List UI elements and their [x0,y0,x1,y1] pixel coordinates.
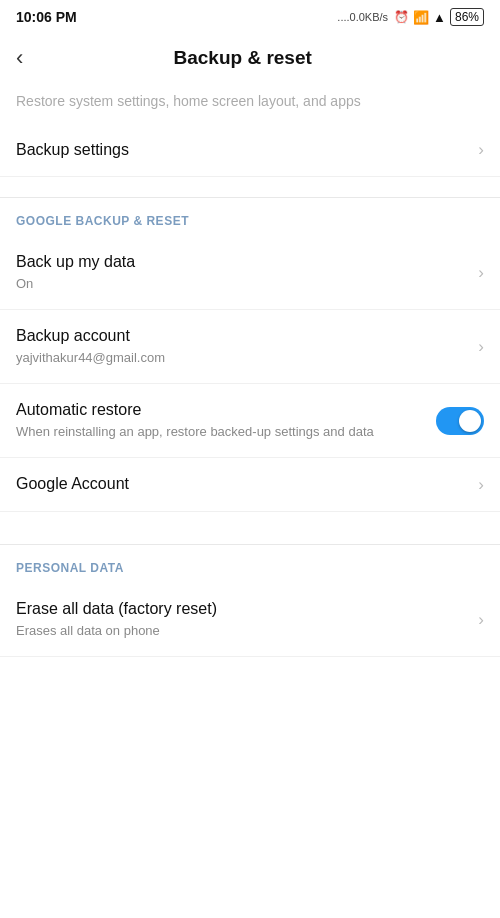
status-bar: 10:06 PM ....0.0KB/s ⏰ 📶 ▲ 86% [0,0,500,32]
section-gap-1 [0,177,500,197]
google-account-title: Google Account [16,474,470,495]
google-account-content: Google Account [16,474,470,495]
backup-account-item[interactable]: Backup account yajvithakur44@gmail.com › [0,310,500,384]
wifi-icon: ▲ [433,10,446,25]
status-time: 10:06 PM [16,9,77,25]
erase-all-data-title: Erase all data (factory reset) [16,599,470,620]
alarm-icon: ⏰ [394,10,409,24]
toggle-thumb [459,410,481,432]
backup-settings-title: Backup settings [16,140,470,161]
automatic-restore-title: Automatic restore [16,400,376,421]
back-up-my-data-subtitle: On [16,275,470,293]
automatic-restore-item: Automatic restore When reinstalling an a… [0,384,500,458]
backup-settings-content: Backup settings [16,140,470,161]
back-up-my-data-title: Back up my data [16,252,470,273]
section-gap-2 [0,512,500,544]
back-up-my-data-content: Back up my data On [16,252,470,293]
automatic-restore-content: Automatic restore When reinstalling an a… [16,400,376,441]
page-title: Backup & reset [31,47,454,69]
erase-all-data-content: Erase all data (factory reset) Erases al… [16,599,470,640]
automatic-restore-toggle[interactable] [436,407,484,435]
backup-account-content: Backup account yajvithakur44@gmail.com [16,326,470,367]
header: ‹ Backup & reset [0,32,500,84]
personal-section-label: PERSONAL DATA [0,545,500,583]
backup-settings-chevron: › [478,140,484,160]
google-account-item[interactable]: Google Account › [0,458,500,512]
backup-account-chevron: › [478,337,484,357]
status-icons: ....0.0KB/s ⏰ 📶 ▲ 86% [337,8,484,26]
erase-all-data-subtitle: Erases all data on phone [16,622,470,640]
erase-all-data-chevron: › [478,610,484,630]
battery-icon: 86% [450,8,484,26]
erase-all-data-item[interactable]: Erase all data (factory reset) Erases al… [0,583,500,657]
partial-description: Restore system settings, home screen lay… [0,84,500,124]
google-section-label: GOOGLE BACKUP & RESET [0,198,500,236]
network-speed: ....0.0KB/s [337,11,388,23]
sim-icon: 📶 [413,10,429,25]
back-up-my-data-chevron: › [478,263,484,283]
google-account-chevron: › [478,475,484,495]
backup-account-subtitle: yajvithakur44@gmail.com [16,349,470,367]
backup-account-title: Backup account [16,326,470,347]
automatic-restore-subtitle: When reinstalling an app, restore backed… [16,423,376,441]
back-up-my-data-item[interactable]: Back up my data On › [0,236,500,310]
back-button[interactable]: ‹ [16,43,31,73]
backup-settings-item[interactable]: Backup settings › [0,124,500,178]
